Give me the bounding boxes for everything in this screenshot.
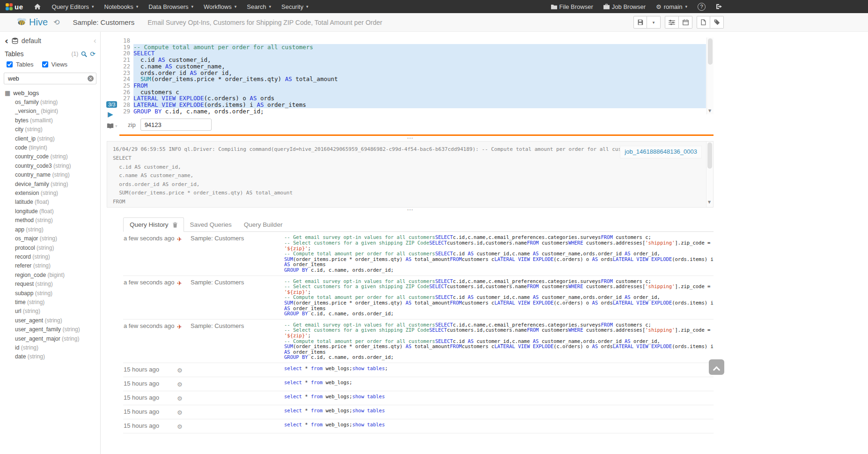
menu-notebooks[interactable]: Notebooks▾ <box>99 0 144 13</box>
resize-grip[interactable]: ⋯ <box>107 136 714 141</box>
table-row[interactable]: a few seconds ago✈Sample: Customers-- Ge… <box>123 232 714 275</box>
job-link[interactable]: job_1461888648136_0003 <box>620 146 702 158</box>
table-row[interactable]: 15 hours ago⚙select * from web_logs;show… <box>123 419 714 433</box>
column-item[interactable]: country_name (string) <box>15 171 100 179</box>
table-row[interactable]: 15 hours ago⚙select * from web_logs;show… <box>123 405 714 419</box>
calendar-button[interactable] <box>679 16 692 29</box>
collapse-panel-icon[interactable]: ‹ <box>93 36 96 45</box>
refresh-icon[interactable]: ⟳ <box>90 50 96 58</box>
tab-query-builder[interactable]: Query Builder <box>238 218 289 231</box>
code-editor[interactable]: 18 19-- Compute total amount per order f… <box>119 37 714 114</box>
column-item[interactable]: protocol (string) <box>15 244 100 253</box>
snippet-menu-button[interactable]: ▾ <box>107 123 118 129</box>
editor-line[interactable]: 25FROM <box>119 82 706 89</box>
tab-saved-queries[interactable]: Saved Queries <box>184 218 238 231</box>
table-row[interactable]: a few seconds ago✈Sample: Customers-- Ge… <box>123 320 714 363</box>
nav-file-browser[interactable]: File Browser <box>546 0 598 13</box>
column-item[interactable]: region_code (bigint) <box>15 271 100 280</box>
table-filter-input[interactable] <box>4 73 96 84</box>
menu-data-browsers[interactable]: Data Browsers▾ <box>143 0 199 13</box>
column-item[interactable]: url (string) <box>15 307 100 316</box>
editor-line[interactable]: 27LATERAL VIEW EXPLODE(c.orders) o AS or… <box>119 95 706 102</box>
column-item[interactable]: city (string) <box>15 125 100 134</box>
column-item[interactable]: longitude (float) <box>15 207 100 216</box>
scrollbar-thumb[interactable] <box>707 142 712 169</box>
editor-line[interactable]: 26 customers c <box>119 89 706 96</box>
tables-checkbox[interactable] <box>7 61 13 67</box>
save-button[interactable] <box>633 16 647 29</box>
editor-line[interactable]: 23 ords.order_id AS order_id, <box>119 70 706 76</box>
help-button[interactable]: ? <box>692 0 711 13</box>
column-item[interactable]: id (string) <box>15 343 100 352</box>
menu-query-editors[interactable]: Query Editors▾ <box>47 0 99 13</box>
column-item[interactable]: referer (string) <box>15 261 100 270</box>
column-item[interactable]: record (string) <box>15 253 100 261</box>
editor-line[interactable]: 18 <box>119 37 706 44</box>
column-item[interactable]: method (string) <box>15 216 100 225</box>
editor-line[interactable]: 29GROUP BY c.id, c.name, ords.order_id; <box>119 108 706 115</box>
column-item[interactable]: latitude (float) <box>15 198 100 207</box>
filter-tables[interactable]: Tables <box>5 60 34 69</box>
document-button[interactable] <box>697 16 710 29</box>
scroll-to-top-button[interactable] <box>709 359 724 375</box>
column-item[interactable]: client_ip (string) <box>15 134 100 143</box>
column-item[interactable]: country_code3 (string) <box>15 162 100 171</box>
table-row[interactable]: a few seconds ago✈Sample: Customers-- Ge… <box>123 276 714 320</box>
views-checkbox[interactable] <box>42 61 48 67</box>
column-item[interactable]: code (tinyint) <box>15 143 100 152</box>
menu-search[interactable]: Search▾ <box>242 0 276 13</box>
back-icon[interactable]: ‹ <box>5 37 8 44</box>
column-item[interactable]: request (string) <box>15 280 100 289</box>
column-item[interactable]: os_major (string) <box>15 234 100 243</box>
editor-line[interactable]: 21 c.id AS customer_id, <box>119 57 706 63</box>
editor-line[interactable]: 24 SUM(order_items.price * order_items.q… <box>119 76 706 82</box>
column-item[interactable]: extension (string) <box>15 189 100 198</box>
resize-grip[interactable]: ⋯ <box>107 208 714 213</box>
nav-job-browser[interactable]: Job Browser <box>598 0 651 13</box>
menu-security[interactable]: Security▾ <box>276 0 314 13</box>
query-title[interactable]: Sample: Customers <box>73 18 134 26</box>
caret-down-button[interactable]: ▾ <box>647 16 661 29</box>
nav-romain[interactable]: ⚙romain▾ <box>651 0 692 13</box>
query-history-icon[interactable]: ⟲ <box>53 18 59 27</box>
trash-icon[interactable] <box>173 222 177 228</box>
column-item[interactable]: _version_ (bigint) <box>15 107 100 116</box>
scrollbar-thumb[interactable] <box>708 38 713 65</box>
table-row[interactable]: 15 hours ago⚙select * from web_logs; <box>123 377 714 391</box>
column-item[interactable]: time (string) <box>15 298 100 307</box>
column-item[interactable]: user_agent (string) <box>15 316 100 325</box>
editor-scrollbar[interactable]: ▼ <box>706 37 714 114</box>
logout-button[interactable] <box>711 0 728 13</box>
editor-line[interactable]: 28LATERAL VIEW EXPLODE(ords.items) i AS … <box>119 102 706 108</box>
column-item[interactable]: country_code (string) <box>15 152 100 161</box>
search-icon[interactable] <box>81 51 87 57</box>
result-count-badge[interactable]: 3/3 <box>106 101 117 108</box>
settings-button[interactable] <box>665 16 679 29</box>
variable-zip-input[interactable] <box>140 119 212 131</box>
clear-filter-icon[interactable]: × <box>88 75 94 82</box>
table-row[interactable]: 15 hours ago⚙select * from web_logs;show… <box>123 391 714 405</box>
table-row[interactable]: 15 hours ago⚙select * from web_logs;show… <box>123 363 714 377</box>
home-button[interactable] <box>28 0 47 13</box>
editor-line[interactable]: 22 c.name AS customer_name, <box>119 63 706 70</box>
hive-app[interactable]: Hive <box>16 17 48 28</box>
column-item[interactable]: user_agent_family (string) <box>15 325 100 334</box>
tab-query-history[interactable]: Query History <box>123 217 184 232</box>
column-item[interactable]: os_family (string) <box>15 98 100 107</box>
scroll-down-icon[interactable]: ▼ <box>708 198 711 207</box>
tags-button[interactable] <box>710 16 724 29</box>
editor-line[interactable]: 20SELECT <box>119 50 706 57</box>
column-item[interactable]: user_agent_major (string) <box>15 335 100 343</box>
log-scrollbar[interactable]: ▼ <box>706 141 713 207</box>
hue-brand[interactable]: ue <box>5 3 28 11</box>
column-item[interactable]: bytes (smallint) <box>15 116 100 125</box>
menu-workflows[interactable]: Workflows▾ <box>199 0 242 13</box>
database-name[interactable]: default <box>22 37 41 45</box>
filter-views[interactable]: Views <box>40 60 67 69</box>
column-item[interactable]: app (string) <box>15 225 100 234</box>
table-item-web-logs[interactable]: ▦ web_logs <box>0 85 100 98</box>
scroll-down-icon[interactable]: ▼ <box>708 108 711 114</box>
column-item[interactable]: device_family (string) <box>15 180 100 189</box>
column-item[interactable]: subapp (string) <box>15 289 100 298</box>
column-item[interactable]: date (string) <box>15 352 100 361</box>
